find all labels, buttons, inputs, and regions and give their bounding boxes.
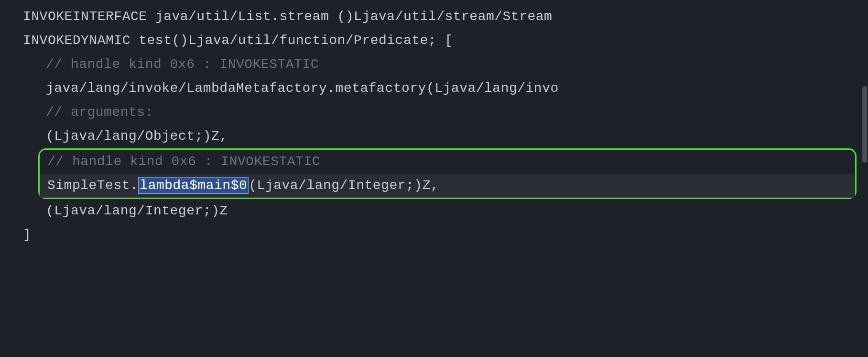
code-comment: // arguments: bbox=[46, 105, 153, 120]
code-text: INVOKEINTERFACE java/util/List.stream ()… bbox=[23, 9, 552, 24]
vertical-scrollbar[interactable] bbox=[862, 86, 867, 163]
code-text-prefix: SimpleTest. bbox=[47, 178, 138, 193]
code-line-10[interactable]: ] bbox=[0, 223, 868, 247]
code-line-5[interactable]: // arguments: bbox=[0, 100, 868, 124]
annotation-highlight-box: // handle kind 0x6 : INVOKESTATIC Simple… bbox=[38, 148, 857, 199]
code-text: (Ljava/lang/Integer;)Z bbox=[46, 203, 228, 218]
code-line-3[interactable]: // handle kind 0x6 : INVOKESTATIC bbox=[0, 53, 868, 77]
code-line-6[interactable]: (Ljava/lang/Object;)Z, bbox=[0, 124, 868, 148]
code-text: INVOKEDYNAMIC test()Ljava/util/function/… bbox=[23, 33, 453, 48]
code-line-8[interactable]: SimpleTest.lambda$main$0(Ljava/lang/Inte… bbox=[40, 174, 855, 198]
code-line-4[interactable]: java/lang/invoke/LambdaMetafactory.metaf… bbox=[0, 77, 868, 100]
code-line-2[interactable]: INVOKEDYNAMIC test()Ljava/util/function/… bbox=[0, 29, 868, 53]
code-text: (Ljava/lang/Object;)Z, bbox=[46, 129, 228, 144]
code-line-9[interactable]: (Ljava/lang/Integer;)Z bbox=[0, 199, 868, 223]
code-text: ] bbox=[23, 227, 31, 242]
code-text: java/lang/invoke/LambdaMetafactory.metaf… bbox=[46, 81, 559, 96]
code-comment: // handle kind 0x6 : INVOKESTATIC bbox=[47, 154, 320, 169]
code-line-7[interactable]: // handle kind 0x6 : INVOKESTATIC bbox=[40, 150, 855, 174]
selected-text[interactable]: lambda$main$0 bbox=[138, 177, 249, 194]
code-comment: // handle kind 0x6 : INVOKESTATIC bbox=[46, 57, 319, 72]
code-text-suffix: (Ljava/lang/Integer;)Z, bbox=[249, 178, 439, 193]
code-line-1[interactable]: INVOKEINTERFACE java/util/List.stream ()… bbox=[0, 5, 868, 29]
